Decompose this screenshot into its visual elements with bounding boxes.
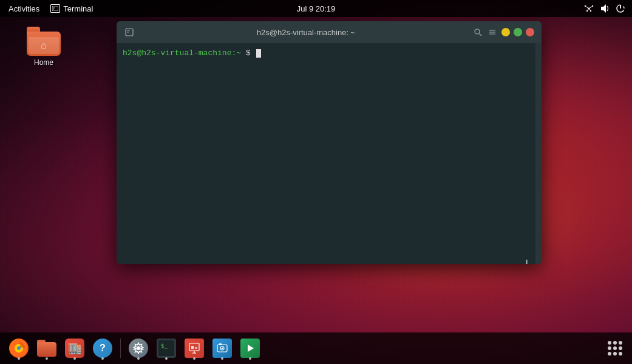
svg-line-11: [589, 8, 591, 11]
folder-body: ⌂: [27, 32, 61, 56]
svg-rect-35: [219, 343, 222, 345]
settings-icon: [129, 339, 148, 358]
grid-dot-7: [608, 352, 611, 356]
folder-graphic: ⌂: [27, 27, 61, 56]
terminal-dock-icon: $_: [157, 339, 176, 358]
terminal-title-area: h2s@h2s-virtual-machine: ~: [124, 27, 472, 38]
new-tab-button[interactable]: [124, 27, 135, 38]
grid-dot-8: [613, 352, 617, 356]
topbar-right: [583, 3, 632, 14]
folder-inner: ⌂: [29, 37, 59, 54]
software-icon: 🏬: [65, 339, 84, 358]
dock-separator-1: [120, 339, 121, 358]
files-body: [37, 342, 56, 357]
files-dot: [46, 357, 48, 360]
grid-dot-3: [619, 341, 622, 345]
dock-item-files[interactable]: [34, 335, 59, 361]
grid-dot-5: [613, 346, 617, 350]
grid-dot-2: [613, 341, 617, 345]
prompt-user: h2s@h2s-virtual-machine:: [123, 49, 236, 58]
dock-item-firefox[interactable]: [6, 335, 32, 361]
ibeam-cursor: I: [526, 258, 528, 264]
svg-point-18: [475, 29, 480, 34]
presentation-dot: [193, 357, 195, 360]
topbar-left: Activities Terminal: [0, 0, 93, 17]
dock-item-presentation[interactable]: [182, 335, 207, 361]
terminal-controls: [472, 27, 534, 38]
terminal-titlebar: h2s@h2s-virtual-machine: ~: [117, 21, 542, 43]
svg-marker-12: [601, 4, 606, 13]
maximize-button[interactable]: [514, 28, 522, 36]
term-prompt-mini: $_: [161, 343, 168, 349]
software-dot: [73, 357, 76, 360]
svg-rect-30: [191, 346, 194, 349]
dock: 🏬 ? $_: [0, 332, 632, 364]
grid-dot-9: [619, 352, 622, 356]
terminal-window: h2s@h2s-virtual-machine: ~: [117, 21, 542, 264]
menu-button[interactable]: [487, 27, 498, 38]
svg-line-19: [480, 34, 482, 36]
shotwell-dot: [221, 357, 223, 360]
grid-dot-1: [608, 341, 611, 345]
prompt-symbol: $: [241, 49, 255, 58]
rhythmbox-dot: [249, 357, 251, 360]
rhythmbox-icon: [240, 339, 260, 358]
home-symbol: ⌂: [41, 40, 47, 51]
dock-item-terminal[interactable]: $_: [154, 335, 179, 361]
terminal-scrollbar[interactable]: [535, 43, 542, 264]
topbar: Activities Terminal Jul 9 20:19: [0, 0, 632, 17]
svg-marker-36: [248, 345, 254, 352]
svg-rect-15: [126, 29, 133, 36]
sys-icons: [583, 3, 626, 14]
dock-item-help[interactable]: ?: [90, 335, 115, 361]
svg-point-34: [222, 348, 223, 349]
topbar-datetime: Jul 9 20:19: [297, 4, 336, 13]
presentation-icon: [185, 339, 204, 358]
show-apps-button[interactable]: [604, 337, 626, 359]
dock-item-shotwell[interactable]: [209, 335, 235, 361]
svg-line-9: [589, 6, 593, 8]
terminal-topbar-icon: [50, 4, 60, 13]
shotwell-icon: [212, 339, 232, 358]
svg-line-8: [585, 6, 589, 8]
terminal-dock-inner: $_: [158, 340, 174, 356]
prompt-path: ~: [236, 49, 241, 58]
dock-item-rhythmbox[interactable]: [237, 335, 263, 361]
firefox-icon: [9, 339, 29, 358]
files-icon: [37, 340, 56, 357]
help-dot: [101, 357, 104, 360]
terminal-topbar-label: Terminal: [63, 4, 93, 13]
terminal-prompt: h2s@h2s-virtual-machine:~ $: [123, 48, 535, 59]
minimize-button[interactable]: [501, 28, 510, 36]
svg-line-10: [587, 8, 589, 11]
grid-dot-6: [619, 346, 622, 350]
grid-dot-4: [608, 346, 611, 350]
window-buttons: [501, 28, 534, 36]
power-icon[interactable]: [615, 3, 626, 14]
svg-rect-0: [52, 6, 58, 11]
activities-button[interactable]: Activities: [5, 0, 43, 17]
svg-rect-27: [189, 343, 199, 351]
close-button[interactable]: [526, 28, 534, 36]
apps-grid-icon: [608, 341, 622, 356]
volume-icon[interactable]: [599, 3, 610, 14]
firefox-dot: [18, 357, 20, 360]
terminal-title-text: h2s@h2s-virtual-machine: ~: [140, 28, 472, 37]
home-icon[interactable]: ⌂ Home: [23, 23, 64, 70]
dock-item-software[interactable]: 🏬: [62, 335, 87, 361]
settings-dot: [137, 357, 140, 360]
terminal-dot: [165, 357, 168, 360]
desktop: Activities Terminal Jul 9 20:19: [0, 0, 632, 364]
dock-item-settings[interactable]: [126, 335, 151, 361]
terminal-content[interactable]: h2s@h2s-virtual-machine:~ $ I: [117, 43, 542, 264]
search-button[interactable]: [472, 27, 483, 38]
home-icon-label: Home: [34, 58, 53, 67]
terminal-cursor: [256, 49, 261, 58]
help-icon: ?: [93, 339, 112, 358]
network-icon[interactable]: [583, 3, 594, 14]
svg-rect-31: [195, 347, 197, 349]
terminal-indicator[interactable]: Terminal: [50, 4, 93, 13]
